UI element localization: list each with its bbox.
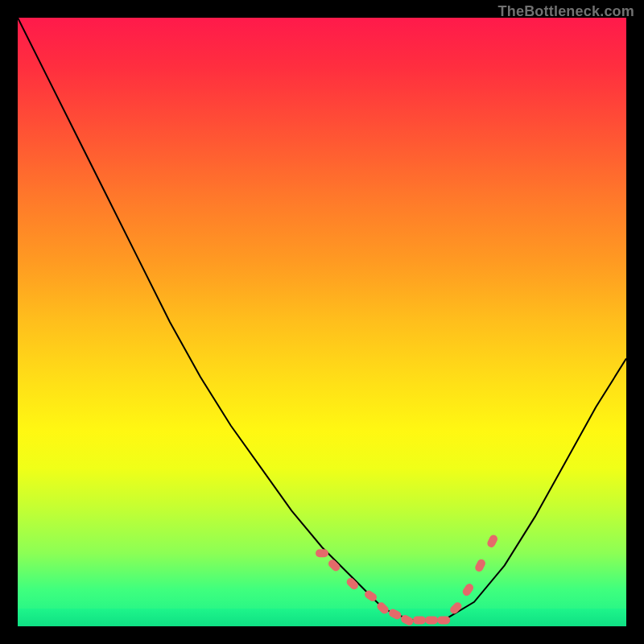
marker-dot — [486, 534, 499, 549]
plot-area — [18, 18, 626, 626]
chart-frame: TheBottleneck.com — [0, 0, 644, 644]
marker-dot — [327, 558, 341, 572]
marker-dot — [437, 616, 450, 624]
bottleneck-curve — [18, 18, 626, 620]
marker-dot — [316, 549, 328, 557]
marker-dot — [461, 582, 475, 597]
marker-dot — [425, 616, 438, 624]
chart-svg — [18, 18, 626, 626]
marker-dot — [448, 601, 463, 615]
marker-dot — [413, 616, 426, 624]
marker-dot — [345, 576, 360, 591]
marker-dot — [474, 558, 487, 573]
marker-dot — [387, 608, 402, 621]
